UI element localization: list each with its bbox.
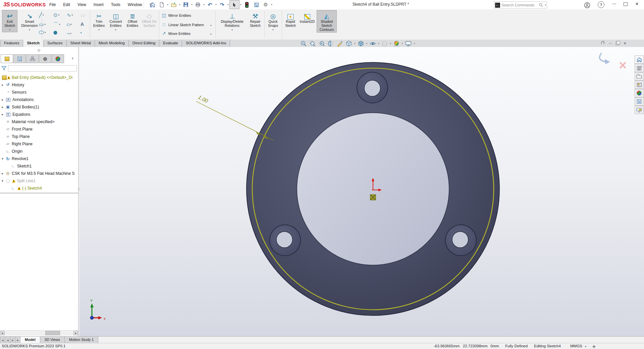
rectangle-tool-button[interactable]: ▭▾ bbox=[39, 22, 46, 27]
restore-document-icon[interactable] bbox=[614, 42, 621, 45]
display-manager-icon[interactable] bbox=[252, 1, 261, 9]
expand-pane-icon[interactable] bbox=[599, 41, 606, 46]
rapid-sketch-button[interactable]: ↯ Rapid Sketch bbox=[283, 10, 298, 28]
mirror-entities-button[interactable]: ◫ Mirror Entities bbox=[161, 13, 191, 18]
zoom-to-area-icon[interactable] bbox=[309, 40, 317, 47]
offset-entities-button[interactable]: ≣ Offset Entities bbox=[125, 10, 140, 28]
scroll-right-icon[interactable]: ▶ bbox=[73, 331, 78, 335]
undo-icon[interactable]: ↶ bbox=[205, 1, 215, 9]
close-document-icon[interactable]: × bbox=[621, 41, 629, 46]
panel-expand-arrow-icon[interactable]: › bbox=[72, 55, 73, 61]
panel-resize-handle[interactable] bbox=[38, 49, 40, 52]
trim-entities-caret-icon[interactable]: ▾ bbox=[98, 29, 100, 31]
linear-sketch-pattern-button[interactable]: ∷ Linear Sketch Pattern bbox=[161, 22, 204, 27]
search-input[interactable]: Search Commands bbox=[501, 3, 539, 7]
search-commands-box[interactable]: >_ Search Commands ▾ bbox=[494, 1, 547, 9]
tab-direct-editing[interactable]: Direct Editing bbox=[129, 40, 159, 47]
slot-tool-button[interactable]: ▾ bbox=[39, 31, 46, 34]
edit-appearance-icon[interactable] bbox=[381, 40, 389, 47]
tree-item-root[interactable]: Ball Entry (Default) <<Default>_Di bbox=[0, 74, 78, 81]
rectangle-caret-icon[interactable]: ▾ bbox=[44, 23, 46, 26]
quick-snaps-caret-icon[interactable]: ▾ bbox=[272, 29, 274, 31]
selection-filter-icon[interactable] bbox=[242, 1, 252, 9]
scrollbar-thumb[interactable] bbox=[45, 331, 60, 335]
search-caret-icon[interactable]: ▾ bbox=[544, 4, 547, 6]
restore-window-icon[interactable] bbox=[621, 2, 630, 6]
tree-item-sensors[interactable]: ◔ Sensors bbox=[0, 89, 78, 96]
tree-item-split-line1[interactable]: ▾ ▢ Split Line1 bbox=[0, 177, 78, 185]
expander-icon[interactable]: ▾ bbox=[0, 179, 5, 183]
previous-tab-icon[interactable]: ◀ bbox=[5, 337, 10, 343]
bolt-hole-left[interactable] bbox=[270, 225, 301, 256]
display-style-caret-icon[interactable]: ▾ bbox=[366, 42, 368, 45]
view-orientation-caret-icon[interactable]: ▾ bbox=[354, 42, 356, 45]
smart-dimension-button[interactable]: ↘ Smart Dimension ▾ bbox=[19, 10, 40, 31]
tree-item-revolve1[interactable]: ▾ ↻ Revolve1 bbox=[0, 155, 78, 162]
last-tab-icon[interactable]: ▶ bbox=[15, 337, 20, 343]
tree-item-front-plane[interactable]: ▱ Front Plane bbox=[0, 126, 78, 133]
menu-file[interactable]: File bbox=[46, 0, 59, 9]
tree-item-sketch1[interactable]: ∟ Sketch1 bbox=[0, 162, 78, 170]
view-orientation-icon[interactable] bbox=[345, 40, 353, 47]
close-window-icon[interactable]: × bbox=[633, 1, 641, 7]
spline-caret-icon[interactable]: ▾ bbox=[72, 14, 73, 16]
display-style-icon[interactable] bbox=[357, 40, 365, 47]
panel-tab-featuremanager[interactable] bbox=[1, 54, 13, 63]
arc-caret-icon[interactable]: ▾ bbox=[59, 23, 60, 26]
options-caret-icon[interactable]: ▾ bbox=[270, 3, 273, 6]
menu-insert[interactable]: Insert bbox=[90, 0, 107, 9]
new-document-caret-icon[interactable]: ▾ bbox=[166, 3, 169, 6]
filter-funnel-icon[interactable] bbox=[1, 66, 7, 71]
tag-icon[interactable]: ◈ bbox=[592, 344, 596, 349]
home-icon[interactable] bbox=[148, 1, 157, 9]
view-palette-icon[interactable] bbox=[635, 81, 644, 89]
minimize-document-icon[interactable]: — bbox=[606, 42, 614, 45]
tab-surfaces[interactable]: Surfaces bbox=[44, 40, 66, 47]
custom-properties-icon[interactable] bbox=[635, 97, 644, 106]
edit-appearance-caret-icon[interactable]: ▾ bbox=[390, 42, 391, 45]
tree-item-right-plane[interactable]: ▱ Right Plane bbox=[0, 140, 78, 148]
expander-icon[interactable]: ▾ bbox=[0, 157, 5, 160]
help-icon[interactable]: ? bbox=[598, 1, 604, 8]
next-tab-icon[interactable]: ▶ bbox=[10, 337, 15, 343]
display-delete-relations-caret-icon[interactable]: ▾ bbox=[231, 29, 233, 31]
tab-mesh-modeling[interactable]: Mesh Modeling bbox=[95, 40, 129, 47]
slot-caret-icon[interactable]: ▾ bbox=[45, 31, 46, 34]
line-tool-button[interactable]: ╱▾ bbox=[39, 12, 44, 17]
tree-filter-input[interactable] bbox=[8, 65, 77, 71]
select-tool-caret-icon[interactable]: ▾ bbox=[239, 3, 242, 6]
panel-tab-propertymanager[interactable] bbox=[13, 54, 26, 63]
redo-caret-icon[interactable]: ▾ bbox=[227, 3, 229, 6]
tree-item-solid-bodies[interactable]: ▸ ▣ Solid Bodies(1) bbox=[0, 103, 78, 111]
design-library-icon[interactable] bbox=[635, 64, 644, 72]
view-settings-caret-icon[interactable]: ▾ bbox=[414, 42, 415, 45]
options-gear-icon[interactable]: ⚙ bbox=[261, 1, 270, 9]
tab-3d-views[interactable]: 3D Views bbox=[40, 337, 65, 343]
circle-caret-icon[interactable]: ▾ bbox=[58, 14, 60, 16]
fillet-tool-button[interactable]: ⌐▾ bbox=[67, 31, 71, 36]
previous-view-icon[interactable] bbox=[318, 40, 326, 47]
smart-dimension-caret-icon[interactable]: ▾ bbox=[29, 29, 30, 31]
tree-item-equations[interactable]: ▸ Σ Equations bbox=[0, 111, 78, 118]
fillet-caret-icon[interactable]: ▾ bbox=[70, 32, 71, 35]
panel-horizontal-scrollbar[interactable]: ◀ ▶ bbox=[0, 330, 78, 336]
ellipse-tool-button[interactable]: ○▾ bbox=[67, 22, 72, 27]
view-settings-icon[interactable] bbox=[405, 40, 413, 47]
tree-item-csk-hole[interactable]: ▸ ◎ CSK for M3.5 Flat Head Machine S bbox=[0, 170, 78, 177]
open-document-icon[interactable] bbox=[169, 1, 178, 9]
tree-item-origin[interactable]: ∟ Origin bbox=[0, 148, 78, 155]
menu-edit[interactable]: Edit bbox=[59, 0, 74, 9]
solidworks-resources-icon[interactable] bbox=[635, 55, 644, 64]
sketch-point-marker[interactable] bbox=[370, 195, 376, 200]
select-tool-icon[interactable] bbox=[229, 0, 239, 9]
zoom-to-fit-icon[interactable] bbox=[300, 40, 308, 47]
file-explorer-icon[interactable] bbox=[635, 72, 644, 81]
circle-tool-button[interactable]: ⊙▾ bbox=[53, 12, 59, 17]
repair-sketch-button[interactable]: ⚒ Repair Sketch bbox=[248, 10, 263, 28]
tree-item-annotations[interactable]: ▸ A Annotations bbox=[0, 96, 78, 103]
panel-tab-dimxpertmanager[interactable]: ⊕ bbox=[39, 54, 51, 63]
polygon-tool-button[interactable] bbox=[53, 31, 57, 35]
bolt-hole-right[interactable] bbox=[445, 225, 476, 256]
text-tool-button[interactable]: A bbox=[80, 22, 84, 27]
search-icon[interactable] bbox=[539, 3, 543, 7]
